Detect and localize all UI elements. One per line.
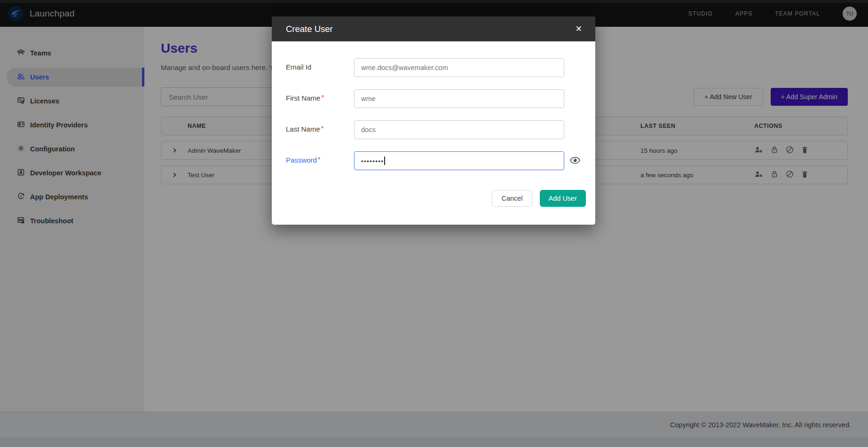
password-masked-value: •••••••• [361,157,384,165]
last-name-label: Last Name* [286,120,354,133]
show-password-eye-icon[interactable] [564,151,586,164]
password-label: Password* [286,151,354,164]
modal-title: Create User [286,24,333,34]
email-field[interactable] [354,58,564,77]
text-caret [384,157,385,165]
cancel-button[interactable]: Cancel [492,190,532,207]
required-asterisk: * [321,124,324,132]
modal-body: Email Id First Name* Last Name* Password… [272,41,595,225]
app-window: Launchpad STUDIO APPS TEAM PORTAL TU Tea… [0,0,868,447]
first-name-field-row: First Name* [286,89,586,108]
first-name-field[interactable] [354,89,564,108]
email-field-row: Email Id [286,58,586,77]
required-asterisk: * [318,155,321,163]
add-user-button[interactable]: Add User [540,190,586,207]
last-name-field-row: Last Name* [286,120,586,139]
modal-header: Create User ✕ [272,16,595,41]
close-icon[interactable]: ✕ [576,25,582,33]
create-user-modal: Create User ✕ Email Id First Name* Last … [272,16,595,225]
email-label: Email Id [286,58,354,71]
modal-actions: Cancel Add User [286,190,586,207]
first-name-label: First Name* [286,89,354,102]
last-name-field[interactable] [354,120,564,139]
password-field[interactable]: •••••••• [354,151,564,170]
required-asterisk: * [321,93,324,101]
password-field-row: Password* •••••••• [286,151,586,170]
